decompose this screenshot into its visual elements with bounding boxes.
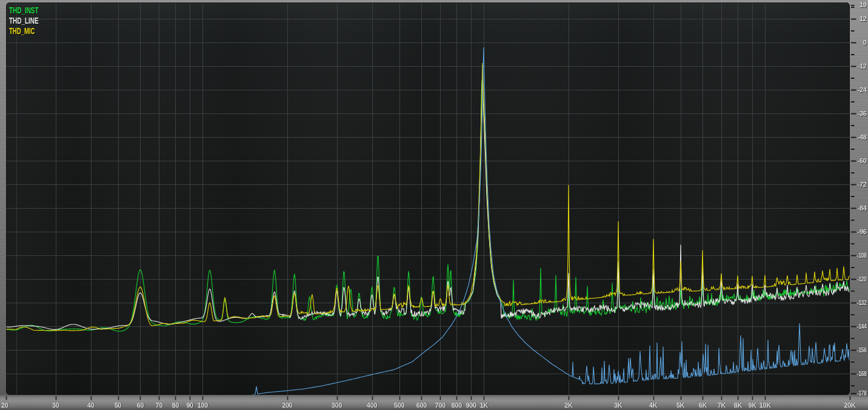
svg-text:600: 600 bbox=[416, 402, 427, 409]
svg-text:20: 20 bbox=[1, 402, 8, 409]
svg-text:30: 30 bbox=[52, 402, 59, 409]
svg-text:60: 60 bbox=[137, 402, 144, 409]
svg-text:9K: 9K bbox=[748, 402, 756, 409]
svg-text:-12: -12 bbox=[858, 62, 867, 70]
svg-text:700: 700 bbox=[435, 402, 446, 409]
svg-text:12: 12 bbox=[860, 15, 867, 22]
svg-text:100: 100 bbox=[198, 402, 208, 409]
svg-text:5K: 5K bbox=[676, 402, 685, 409]
svg-text:-144: -144 bbox=[857, 323, 867, 330]
svg-text:19: 19 bbox=[860, 1, 867, 8]
svg-text:THD_MIC: THD_MIC bbox=[9, 26, 35, 36]
svg-text:-178: -178 bbox=[857, 389, 867, 397]
svg-text:-24: -24 bbox=[858, 86, 867, 93]
svg-text:900: 900 bbox=[466, 402, 476, 409]
svg-text:8K: 8K bbox=[734, 402, 743, 409]
svg-text:7K: 7K bbox=[718, 402, 726, 409]
svg-text:-72: -72 bbox=[858, 181, 867, 188]
svg-text:-36: -36 bbox=[858, 110, 867, 117]
svg-text:-96: -96 bbox=[858, 228, 867, 235]
svg-text:-60: -60 bbox=[858, 157, 867, 164]
svg-text:-108: -108 bbox=[857, 252, 867, 259]
svg-text:-156: -156 bbox=[857, 346, 867, 354]
svg-text:THD_LINE: THD_LINE bbox=[9, 16, 39, 25]
svg-text:400: 400 bbox=[367, 402, 377, 409]
svg-text:0: 0 bbox=[863, 39, 867, 46]
svg-text:-84: -84 bbox=[858, 204, 867, 212]
svg-text:70: 70 bbox=[156, 402, 163, 409]
svg-text:-120: -120 bbox=[857, 275, 867, 283]
svg-text:4K: 4K bbox=[649, 402, 658, 409]
svg-text:40: 40 bbox=[87, 402, 95, 409]
svg-text:-48: -48 bbox=[858, 133, 867, 141]
svg-text:3K: 3K bbox=[614, 402, 623, 409]
svg-text:-132: -132 bbox=[857, 299, 867, 306]
svg-text:80: 80 bbox=[172, 402, 179, 409]
svg-text:200: 200 bbox=[282, 402, 292, 409]
svg-text:6K: 6K bbox=[699, 402, 707, 409]
svg-text:-168: -168 bbox=[857, 370, 867, 377]
svg-text:2K: 2K bbox=[564, 402, 573, 409]
svg-text:800: 800 bbox=[452, 402, 462, 409]
svg-text:1K: 1K bbox=[480, 402, 489, 409]
svg-text:90: 90 bbox=[186, 402, 193, 409]
svg-text:50: 50 bbox=[115, 402, 122, 409]
svg-text:THD_INST: THD_INST bbox=[9, 5, 39, 15]
svg-text:500: 500 bbox=[394, 402, 404, 409]
svg-text:20K: 20K bbox=[844, 402, 856, 409]
svg-text:300: 300 bbox=[332, 402, 342, 409]
svg-text:10K: 10K bbox=[760, 402, 771, 409]
